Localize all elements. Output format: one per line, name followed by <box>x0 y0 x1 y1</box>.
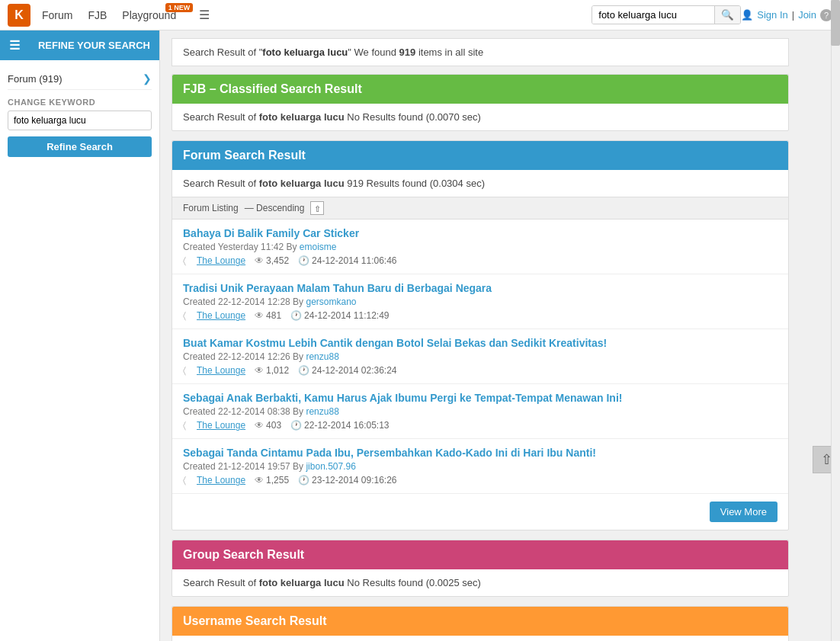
header-search: 🔍 <box>592 5 741 24</box>
view-more-button[interactable]: View More <box>710 502 777 522</box>
thread-author[interactable]: jibon.507.96 <box>306 461 355 472</box>
sort-icon[interactable]: ⇧ <box>310 201 324 215</box>
sign-in-link[interactable]: Sign In <box>757 9 787 21</box>
nav-fjb[interactable]: FJB <box>88 9 107 21</box>
thread-tags: 〈 The Lounge 👁 3,452 🕐 24-12-2014 11:06:… <box>183 255 777 266</box>
thread-tags: 〈 The Lounge 👁 403 🕐 22-12-2014 16:05:13 <box>183 420 777 431</box>
thread-author[interactable]: renzu88 <box>306 351 338 362</box>
thread-views: 👁 3,452 <box>255 255 289 266</box>
thread-list: Bahaya Di Balik Family Car Sticker Creat… <box>172 220 788 493</box>
thread-tag[interactable]: The Lounge <box>197 420 245 431</box>
scrollbar-thumb[interactable] <box>831 0 840 46</box>
summary-count: 919 <box>399 46 416 58</box>
thread-last-date: 🕐 23-12-2014 09:16:26 <box>298 475 396 486</box>
forum-listing-label: Forum Listing <box>183 203 239 213</box>
group-keyword: foto keluarga lucu <box>259 577 345 588</box>
thread-author[interactable]: gersomkano <box>306 296 356 307</box>
summary-suffix2: items in all site <box>415 46 483 58</box>
thread-view-count: 3,452 <box>266 255 289 266</box>
thread-tags: 〈 The Lounge 👁 481 🕐 24-12-2014 11:12:49 <box>183 310 777 321</box>
thread-item: Tradisi Unik Perayaan Malam Tahun Baru d… <box>172 274 788 329</box>
group-result-suffix: No Results found (0.0025 sec) <box>345 577 481 588</box>
search-input[interactable] <box>592 6 714 24</box>
clock-icon: 🕐 <box>298 365 309 376</box>
clock-icon: 🕐 <box>298 475 309 486</box>
tag-icon: 〈 <box>183 475 186 486</box>
change-keyword-label: CHANGE KEYWORD <box>8 98 152 107</box>
thread-views: 👁 1,012 <box>255 365 289 376</box>
nav-playground-wrap: Playground 1 NEW <box>122 9 176 21</box>
playground-badge: 1 NEW <box>165 3 194 12</box>
clock-icon: 🕐 <box>290 310 302 321</box>
sidebar-body: Forum (919) ❯ CHANGE KEYWORD Refine Sear… <box>0 60 159 165</box>
group-section-header: Group Search Result <box>172 540 788 569</box>
username-section: Username Search Result Search Result of … <box>172 606 789 641</box>
thread-meta: Created 22-12-2014 12:26 By renzu88 <box>183 351 777 362</box>
thread-date-value: 24-12-2014 11:06:46 <box>312 255 396 266</box>
eye-icon: 👁 <box>255 310 264 321</box>
refine-search-button[interactable]: Refine Search <box>8 136 152 157</box>
thread-title[interactable]: Sebagai Anak Berbakti, Kamu Harus Ajak I… <box>183 392 777 404</box>
thread-tag[interactable]: The Lounge <box>197 310 245 321</box>
thread-view-count: 481 <box>266 310 281 321</box>
site-logo[interactable]: K <box>8 4 30 27</box>
thread-title[interactable]: Tradisi Unik Perayaan Malam Tahun Baru d… <box>183 282 777 294</box>
thread-meta: Created 21-12-2014 19:57 By jibon.507.96 <box>183 461 777 472</box>
tag-icon: 〈 <box>183 255 186 266</box>
search-button[interactable]: 🔍 <box>714 6 740 24</box>
thread-tag[interactable]: The Lounge <box>197 255 245 266</box>
fjb-result-prefix: Search Result of <box>183 111 259 123</box>
keyword-input[interactable] <box>8 111 152 130</box>
fjb-section-title: FJB – Classified Search Result <box>183 82 362 95</box>
thread-item: Buat Kamar Kostmu Lebih Cantik dengan Bo… <box>172 329 788 384</box>
eye-icon: 👁 <box>255 365 264 376</box>
thread-view-count: 403 <box>266 420 281 431</box>
nav-forum[interactable]: Forum <box>42 9 72 21</box>
group-section: Group Search Result Search Result of fot… <box>172 540 789 597</box>
thread-meta: Created Yesterday 11:42 By emoisme <box>183 242 777 252</box>
main-content: Search Result of "foto keluarga lucu" We… <box>160 30 800 641</box>
join-link[interactable]: Join <box>798 9 816 21</box>
header-menu-icon[interactable]: ☰ <box>199 8 210 22</box>
sidebar-section-forum-label: Forum (919) <box>8 73 63 85</box>
thread-view-count: 1,012 <box>266 365 289 376</box>
sidebar: ☰ REFINE YOUR SEARCH Forum (919) ❯ CHANG… <box>0 30 160 641</box>
forum-result-prefix: Search Result of <box>183 178 259 189</box>
thread-meta: Created 22-12-2014 12:28 By gersomkano <box>183 296 777 307</box>
scrollbar-track <box>831 0 840 641</box>
thread-tags: 〈 The Lounge 👁 1,012 🕐 24-12-2014 02:36:… <box>183 365 777 376</box>
group-section-title: Group Search Result <box>183 548 304 561</box>
thread-author[interactable]: emoisme <box>300 242 337 252</box>
eye-icon: 👁 <box>255 475 264 486</box>
forum-section-header: Forum Search Result <box>172 141 788 170</box>
thread-title[interactable]: Buat Kamar Kostmu Lebih Cantik dengan Bo… <box>183 337 777 349</box>
thread-views: 👁 403 <box>255 420 281 431</box>
sidebar-section-forum[interactable]: Forum (919) ❯ <box>8 68 152 90</box>
thread-author[interactable]: renzu88 <box>306 406 338 417</box>
summary-prefix: Search Result of " <box>183 46 262 58</box>
thread-last-date: 🕐 24-12-2014 11:06:46 <box>298 255 396 266</box>
refine-header[interactable]: ☰ REFINE YOUR SEARCH <box>0 30 159 60</box>
thread-views: 👁 481 <box>255 310 281 321</box>
thread-last-date: 🕐 24-12-2014 11:12:49 <box>290 310 389 321</box>
forum-keyword: foto keluarga lucu <box>259 178 345 189</box>
thread-title[interactable]: Bahaya Di Balik Family Car Sticker <box>183 227 777 239</box>
group-section-result: Search Result of foto keluarga lucu No R… <box>172 569 788 596</box>
thread-tag[interactable]: The Lounge <box>197 365 245 376</box>
forum-section-title: Forum Search Result <box>183 149 306 162</box>
thread-view-count: 1,255 <box>266 475 289 486</box>
thread-item: Sebagai Anak Berbakti, Kamu Harus Ajak I… <box>172 384 788 439</box>
refine-label: REFINE YOUR SEARCH <box>38 40 150 51</box>
fjb-section-header: FJB – Classified Search Result <box>172 75 788 104</box>
thread-tag[interactable]: The Lounge <box>197 475 245 486</box>
thread-views: 👁 1,255 <box>255 475 289 486</box>
tag-icon: 〈 <box>183 310 186 321</box>
header-auth: 👤 Sign In | Join ? <box>741 9 832 21</box>
header: K Forum FJB Playground 1 NEW ☰ 🔍 👤 Sign … <box>0 0 840 30</box>
fjb-section: FJB – Classified Search Result Search Re… <box>172 74 789 131</box>
user-icon: 👤 <box>741 9 753 21</box>
auth-separator: | <box>792 9 794 21</box>
fjb-result-suffix: No Results found (0.0070 sec) <box>345 111 481 123</box>
thread-tags: 〈 The Lounge 👁 1,255 🕐 23-12-2014 09:16:… <box>183 475 777 486</box>
thread-title[interactable]: Sebagai Tanda Cintamu Pada Ibu, Persemba… <box>183 447 777 459</box>
